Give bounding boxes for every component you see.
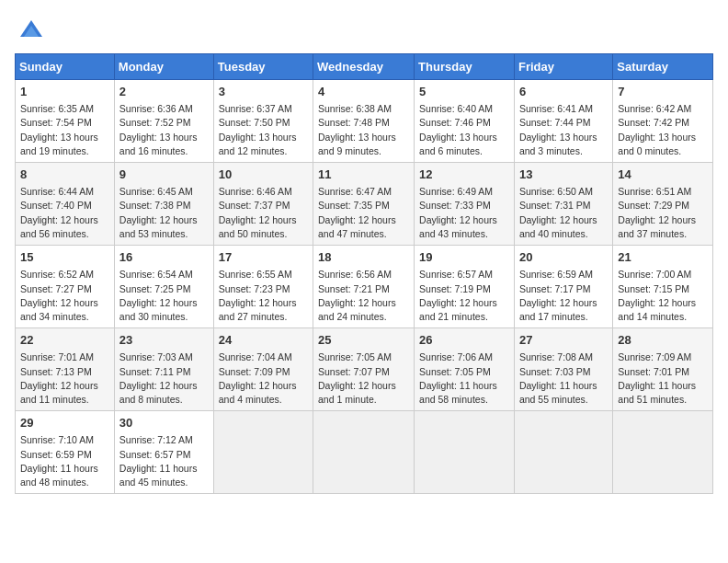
weekday-header-sunday: Sunday — [16, 54, 115, 80]
day-info: Sunrise: 7:01 AM Sunset: 7:13 PM Dayligh… — [20, 350, 109, 407]
day-number: 17 — [219, 249, 308, 266]
weekday-header-monday: Monday — [114, 54, 213, 80]
day-number: 15 — [20, 249, 109, 266]
day-info: Sunrise: 7:04 AM Sunset: 7:09 PM Dayligh… — [219, 350, 308, 407]
day-number: 1 — [20, 84, 109, 100]
calendar-cell: 10 Sunrise: 6:46 AM Sunset: 7:37 PM Dayl… — [213, 163, 313, 246]
day-info: Sunrise: 7:08 AM Sunset: 7:03 PM Dayligh… — [519, 350, 608, 407]
calendar-cell: 25 Sunrise: 7:05 AM Sunset: 7:07 PM Dayl… — [313, 328, 415, 411]
day-number: 29 — [20, 415, 109, 431]
day-info: Sunrise: 6:51 AM Sunset: 7:29 PM Dayligh… — [618, 185, 708, 241]
page-header — [15, 15, 713, 44]
weekday-header-wednesday: Wednesday — [313, 54, 415, 80]
day-number: 28 — [618, 332, 708, 349]
day-number: 13 — [519, 167, 608, 183]
calendar-cell — [613, 411, 713, 494]
day-number: 27 — [519, 332, 608, 349]
day-number: 21 — [618, 249, 708, 266]
day-info: Sunrise: 6:42 AM Sunset: 7:42 PM Dayligh… — [618, 102, 708, 158]
day-info: Sunrise: 7:10 AM Sunset: 6:59 PM Dayligh… — [20, 433, 109, 489]
day-info: Sunrise: 6:35 AM Sunset: 7:54 PM Dayligh… — [20, 102, 109, 158]
day-number: 26 — [419, 332, 509, 349]
day-info: Sunrise: 6:41 AM Sunset: 7:44 PM Dayligh… — [519, 102, 608, 158]
logo-icon — [18, 18, 44, 44]
logo — [15, 18, 44, 44]
calendar-cell — [313, 411, 415, 494]
day-info: Sunrise: 7:03 AM Sunset: 7:11 PM Dayligh… — [119, 350, 209, 407]
calendar-cell: 8 Sunrise: 6:44 AM Sunset: 7:40 PM Dayli… — [16, 163, 115, 246]
calendar-cell: 24 Sunrise: 7:04 AM Sunset: 7:09 PM Dayl… — [213, 328, 313, 411]
day-info: Sunrise: 6:46 AM Sunset: 7:37 PM Dayligh… — [219, 185, 308, 241]
day-number: 7 — [618, 84, 708, 100]
day-info: Sunrise: 6:40 AM Sunset: 7:46 PM Dayligh… — [419, 102, 509, 158]
day-info: Sunrise: 6:47 AM Sunset: 7:35 PM Dayligh… — [318, 185, 409, 241]
calendar-cell: 12 Sunrise: 6:49 AM Sunset: 7:33 PM Dayl… — [415, 163, 515, 246]
calendar-table: SundayMondayTuesdayWednesdayThursdayFrid… — [15, 53, 713, 494]
day-info: Sunrise: 6:38 AM Sunset: 7:48 PM Dayligh… — [318, 102, 409, 158]
day-number: 6 — [519, 84, 608, 100]
day-number: 8 — [20, 167, 109, 183]
calendar-cell: 28 Sunrise: 7:09 AM Sunset: 7:01 PM Dayl… — [613, 328, 713, 411]
day-number: 30 — [119, 415, 209, 431]
calendar-cell: 26 Sunrise: 7:06 AM Sunset: 7:05 PM Dayl… — [415, 328, 515, 411]
calendar-cell: 7 Sunrise: 6:42 AM Sunset: 7:42 PM Dayli… — [613, 80, 713, 163]
day-info: Sunrise: 6:44 AM Sunset: 7:40 PM Dayligh… — [20, 185, 109, 241]
day-number: 14 — [618, 167, 708, 183]
calendar-cell: 14 Sunrise: 6:51 AM Sunset: 7:29 PM Dayl… — [613, 163, 713, 246]
weekday-header-friday: Friday — [514, 54, 612, 80]
calendar-cell — [415, 411, 515, 494]
day-number: 20 — [519, 249, 608, 266]
day-number: 3 — [219, 84, 308, 100]
calendar-cell — [213, 411, 313, 494]
calendar-cell: 9 Sunrise: 6:45 AM Sunset: 7:38 PM Dayli… — [114, 163, 213, 246]
calendar-cell: 5 Sunrise: 6:40 AM Sunset: 7:46 PM Dayli… — [415, 80, 515, 163]
day-number: 25 — [318, 332, 409, 349]
day-number: 22 — [20, 332, 109, 349]
calendar-cell: 17 Sunrise: 6:55 AM Sunset: 7:23 PM Dayl… — [213, 246, 313, 328]
day-number: 12 — [419, 167, 509, 183]
calendar-cell: 19 Sunrise: 6:57 AM Sunset: 7:19 PM Dayl… — [415, 246, 515, 328]
day-info: Sunrise: 6:37 AM Sunset: 7:50 PM Dayligh… — [219, 102, 308, 158]
calendar-cell: 20 Sunrise: 6:59 AM Sunset: 7:17 PM Dayl… — [514, 246, 612, 328]
day-number: 9 — [119, 167, 209, 183]
calendar-cell: 30 Sunrise: 7:12 AM Sunset: 6:57 PM Dayl… — [114, 411, 213, 494]
day-info: Sunrise: 6:45 AM Sunset: 7:38 PM Dayligh… — [119, 185, 209, 241]
calendar-cell: 15 Sunrise: 6:52 AM Sunset: 7:27 PM Dayl… — [16, 246, 115, 328]
day-info: Sunrise: 6:36 AM Sunset: 7:52 PM Dayligh… — [119, 102, 209, 158]
day-info: Sunrise: 6:56 AM Sunset: 7:21 PM Dayligh… — [318, 268, 409, 324]
day-info: Sunrise: 6:50 AM Sunset: 7:31 PM Dayligh… — [519, 185, 608, 241]
day-info: Sunrise: 7:05 AM Sunset: 7:07 PM Dayligh… — [318, 350, 409, 407]
day-info: Sunrise: 7:12 AM Sunset: 6:57 PM Dayligh… — [119, 433, 209, 489]
day-info: Sunrise: 6:55 AM Sunset: 7:23 PM Dayligh… — [219, 268, 308, 324]
day-number: 19 — [419, 249, 509, 266]
day-number: 5 — [419, 84, 509, 100]
day-number: 23 — [119, 332, 209, 349]
day-number: 18 — [318, 249, 409, 266]
weekday-header-thursday: Thursday — [415, 54, 515, 80]
day-number: 11 — [318, 167, 409, 183]
calendar-cell: 4 Sunrise: 6:38 AM Sunset: 7:48 PM Dayli… — [313, 80, 415, 163]
day-info: Sunrise: 6:54 AM Sunset: 7:25 PM Dayligh… — [119, 268, 209, 324]
calendar-cell: 22 Sunrise: 7:01 AM Sunset: 7:13 PM Dayl… — [16, 328, 115, 411]
day-number: 4 — [318, 84, 409, 100]
day-info: Sunrise: 6:49 AM Sunset: 7:33 PM Dayligh… — [419, 185, 509, 241]
day-number: 2 — [119, 84, 209, 100]
calendar-cell: 23 Sunrise: 7:03 AM Sunset: 7:11 PM Dayl… — [114, 328, 213, 411]
day-info: Sunrise: 7:00 AM Sunset: 7:15 PM Dayligh… — [618, 268, 708, 324]
day-number: 16 — [119, 249, 209, 266]
weekday-header-saturday: Saturday — [613, 54, 713, 80]
day-info: Sunrise: 7:09 AM Sunset: 7:01 PM Dayligh… — [618, 350, 708, 407]
day-info: Sunrise: 7:06 AM Sunset: 7:05 PM Dayligh… — [419, 350, 509, 407]
calendar-cell: 1 Sunrise: 6:35 AM Sunset: 7:54 PM Dayli… — [16, 80, 115, 163]
calendar-cell: 16 Sunrise: 6:54 AM Sunset: 7:25 PM Dayl… — [114, 246, 213, 328]
weekday-header-tuesday: Tuesday — [213, 54, 313, 80]
calendar-cell: 18 Sunrise: 6:56 AM Sunset: 7:21 PM Dayl… — [313, 246, 415, 328]
calendar-cell: 2 Sunrise: 6:36 AM Sunset: 7:52 PM Dayli… — [114, 80, 213, 163]
calendar-cell: 11 Sunrise: 6:47 AM Sunset: 7:35 PM Dayl… — [313, 163, 415, 246]
calendar-cell — [514, 411, 612, 494]
calendar-cell: 27 Sunrise: 7:08 AM Sunset: 7:03 PM Dayl… — [514, 328, 612, 411]
calendar-cell: 13 Sunrise: 6:50 AM Sunset: 7:31 PM Dayl… — [514, 163, 612, 246]
calendar-cell: 3 Sunrise: 6:37 AM Sunset: 7:50 PM Dayli… — [213, 80, 313, 163]
calendar-cell: 29 Sunrise: 7:10 AM Sunset: 6:59 PM Dayl… — [16, 411, 115, 494]
day-info: Sunrise: 6:59 AM Sunset: 7:17 PM Dayligh… — [519, 268, 608, 324]
